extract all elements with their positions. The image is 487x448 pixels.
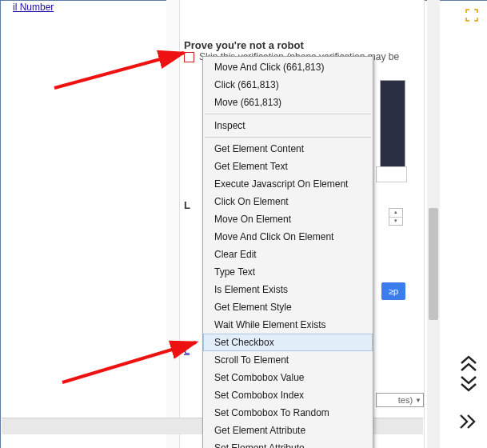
chevron-double-right-icon — [458, 413, 479, 430]
context-menu-item[interactable]: Clear Edit — [203, 246, 373, 263]
top-link[interactable]: il Number — [13, 2, 54, 13]
dropdown-value: tes) — [398, 395, 413, 405]
chevron-double-down-icon — [458, 374, 479, 392]
context-menu-item[interactable]: Get Element Content — [203, 140, 373, 158]
left-gutter — [166, 0, 180, 448]
chevron-down-icon: ▼ — [415, 397, 421, 404]
context-menu-item[interactable]: Set Checkbox — [203, 334, 373, 351]
context-menu: Move And Click (661,813)Click (661,813)M… — [202, 56, 373, 448]
number-spinner[interactable]: ▴ ▾ — [389, 208, 403, 226]
context-menu-item[interactable]: Click (661,813) — [203, 76, 373, 94]
spinner-down-icon[interactable]: ▾ — [389, 218, 402, 226]
context-menu-item[interactable]: Type Text — [203, 263, 373, 281]
svg-line-0 — [54, 53, 184, 88]
inline-link[interactable]: L — [184, 344, 190, 356]
context-menu-item[interactable]: Set Combobox Value — [203, 369, 373, 386]
spinner-up-icon[interactable]: ▴ — [389, 209, 402, 218]
next-step-button[interactable]: ≥p — [381, 282, 405, 300]
scroll-down-button[interactable] — [457, 374, 481, 394]
section-label: L — [184, 199, 190, 211]
skip-verification-checkbox[interactable] — [184, 52, 194, 62]
context-menu-separator — [205, 137, 371, 138]
language-dropdown[interactable]: tes) ▼ — [376, 393, 424, 407]
context-menu-item[interactable]: Set Combobox Index — [203, 386, 373, 404]
context-menu-item[interactable]: Is Element Exists — [203, 281, 373, 298]
context-menu-item[interactable]: Move (661,813) — [203, 94, 373, 111]
context-menu-item[interactable]: Get Element Style — [203, 298, 373, 316]
prove-label: Prove you're not a robot — [184, 39, 304, 51]
context-menu-item[interactable]: Move On Element — [203, 210, 373, 228]
context-menu-item[interactable]: Set Combobox To Random — [203, 404, 373, 422]
captcha-image — [380, 80, 405, 170]
expand-right-button[interactable] — [458, 413, 479, 433]
context-menu-item[interactable]: Click On Element — [203, 193, 373, 210]
expand-icon — [465, 8, 479, 22]
context-menu-separator — [205, 114, 371, 114]
context-menu-item[interactable]: Get Element Attribute — [203, 422, 373, 439]
context-menu-item[interactable]: Get Element Text — [203, 158, 373, 175]
context-menu-item[interactable]: Move And Click (661,813) — [203, 58, 373, 76]
chevron-double-up-icon — [458, 355, 479, 373]
context-menu-item[interactable]: Scroll To Element — [203, 351, 373, 369]
context-menu-item[interactable]: Set Element Attribute — [203, 439, 373, 448]
context-menu-item[interactable]: Move And Click On Element — [203, 228, 373, 246]
captcha-input-fragment[interactable] — [376, 166, 407, 182]
scrollbar-thumb[interactable] — [429, 208, 438, 320]
vertical-scrollbar[interactable] — [427, 0, 440, 448]
context-menu-item[interactable]: Execute Javascript On Element — [203, 175, 373, 193]
scroll-up-button[interactable] — [457, 355, 481, 375]
context-menu-item[interactable]: Inspect — [203, 117, 373, 134]
expand-button[interactable] — [465, 8, 479, 22]
context-menu-item[interactable]: Wait While Element Exists — [203, 316, 373, 334]
